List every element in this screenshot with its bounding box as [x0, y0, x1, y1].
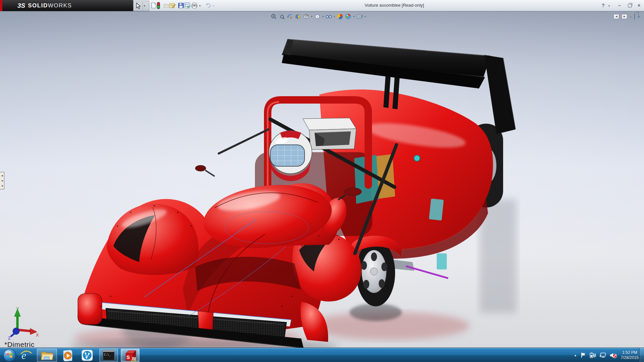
- triad-z-label: Z: [8, 336, 11, 340]
- show-hidden-icons-button[interactable]: ▲: [574, 354, 577, 357]
- select-cursor-icon: [135, 2, 142, 10]
- volume-muted-icon[interactable]: [610, 352, 617, 358]
- zoom-to-fit-icon: [271, 13, 277, 19]
- hide-show-caret-icon[interactable]: ▾: [334, 15, 335, 18]
- triad-y-label: Y: [16, 306, 19, 311]
- brand-works: WORKS: [48, 2, 72, 9]
- view-orientation-icon: [303, 13, 309, 19]
- minimize-button[interactable]: –: [618, 2, 621, 8]
- power-battery-icon[interactable]: [590, 352, 596, 358]
- previous-view-icon: [287, 13, 293, 19]
- expand-right-pane-button[interactable]: ▶: [622, 14, 627, 19]
- windows-start-orb-icon: [3, 349, 16, 362]
- view-settings-caret-icon[interactable]: ▾: [365, 15, 366, 18]
- collapse-left-pane-button[interactable]: ◀: [613, 14, 619, 19]
- view-settings-icon: [357, 13, 363, 19]
- zoom-to-area-icon: [279, 13, 285, 19]
- show-desktop-button[interactable]: [639, 348, 644, 362]
- logo-red-accent: [0, 0, 2, 11]
- edit-appearance-button[interactable]: [337, 13, 343, 20]
- document-minimize-button[interactable]: –: [630, 14, 632, 19]
- internet-explorer-icon: e: [20, 349, 33, 361]
- windows-explorer-icon: [41, 350, 53, 361]
- taskbar-media-player[interactable]: [59, 349, 76, 362]
- graphics-area[interactable]: ▾ ▾ ▾ ▾ ▾ ◀ ▶ – × ◀ ◀ ◀ Y X: [0, 11, 644, 348]
- section-view-button[interactable]: [294, 13, 301, 20]
- network-icon[interactable]: [600, 352, 606, 358]
- help-button[interactable]: ?: [602, 2, 605, 8]
- media-player-icon: [62, 349, 73, 361]
- collapse-arrow-icon: ◀: [1, 175, 3, 177]
- stoplight-icon: [157, 2, 160, 9]
- triad-x-label: X: [36, 333, 39, 338]
- view-orientation-button[interactable]: [303, 13, 309, 20]
- view-orientation-caret-icon[interactable]: ▾: [311, 15, 312, 18]
- heads-up-view-toolbar: ▾ ▾ ▾ ▾ ▾: [270, 13, 366, 20]
- options-button[interactable]: [183, 2, 191, 9]
- apply-scene-icon: [345, 13, 351, 19]
- start-button[interactable]: [1, 349, 18, 362]
- clock-time: 1:52 PM: [621, 350, 639, 355]
- title-bar: 3S SOLID WORKS ▶ ▾ ▾ ▾ ▾ ▾ ▾ ▾ Voitu: [0, 0, 644, 11]
- file-properties-button[interactable]: [169, 2, 176, 9]
- window-title: Voiture assomblee [Read-only]: [365, 3, 424, 8]
- undo-button[interactable]: [204, 2, 212, 9]
- apply-scene-button[interactable]: [345, 13, 352, 20]
- brand-solid: SOLID: [28, 2, 48, 9]
- taskbar-windows-explorer[interactable]: [37, 349, 57, 362]
- document-restore-button[interactable]: [634, 13, 635, 19]
- section-view-icon: [295, 13, 301, 19]
- taskbar: e C:\_: [0, 348, 644, 362]
- help-caret-icon[interactable]: ▾: [608, 4, 610, 7]
- display-style-caret-icon[interactable]: ▾: [322, 15, 324, 18]
- sw-letter-s: S: [126, 354, 130, 360]
- branch-app-icon: [82, 350, 93, 361]
- system-tray: ▲ 1:52 PM 7/28/2015: [574, 348, 639, 362]
- select-tool-button[interactable]: ▾: [133, 1, 149, 11]
- solidworks-2015-icon: S W 2015: [124, 349, 137, 361]
- collapse-arrow-icon: ◀: [1, 185, 3, 187]
- print-caret-icon[interactable]: ▾: [199, 4, 201, 7]
- eyeglasses-icon: [325, 13, 332, 19]
- solidworks-logo-block: 3S SOLID WORKS: [0, 0, 133, 11]
- zoom-to-fit-button[interactable]: [270, 13, 277, 20]
- action-center-flag-icon[interactable]: [581, 352, 586, 358]
- rebuild-stoplight-button[interactable]: [155, 2, 162, 9]
- taskbar-command-prompt[interactable]: C:\_: [99, 349, 118, 362]
- select-caret-icon[interactable]: ▾: [144, 4, 145, 7]
- previous-view-button[interactable]: [286, 13, 293, 20]
- display-style-icon: [314, 13, 320, 19]
- taskbar-solidworks[interactable]: S W 2015: [121, 349, 140, 362]
- apply-scene-caret-icon[interactable]: ▾: [353, 15, 355, 18]
- collapse-arrow-icon: ◀: [1, 180, 3, 182]
- cmd-prompt-text: C:\_: [104, 353, 110, 356]
- view-settings-button[interactable]: [356, 13, 363, 20]
- options-checklist-icon: [184, 2, 191, 8]
- appearance-ball-icon: [337, 13, 343, 19]
- hide-show-items-button[interactable]: [325, 13, 332, 20]
- select-divider: [143, 2, 143, 10]
- restore-icon: [628, 4, 632, 7]
- close-button[interactable]: ×: [638, 2, 640, 8]
- restore-button[interactable]: [628, 4, 632, 7]
- taskbar-branch-app[interactable]: [78, 349, 96, 362]
- zoom-to-area-button[interactable]: [278, 13, 285, 20]
- undo-caret-icon: ▾: [213, 4, 214, 7]
- feature-manager-collapsed-tab[interactable]: ◀ ◀ ◀: [0, 172, 4, 189]
- taskbar-clock[interactable]: 1:52 PM 7/28/2015: [621, 350, 639, 360]
- display-style-button[interactable]: [314, 13, 321, 20]
- document-window-controls: ◀ ▶ – ×: [613, 13, 640, 19]
- model-canvas[interactable]: [0, 11, 644, 348]
- clock-date: 7/28/2015: [621, 355, 639, 360]
- file-properties-icon: [169, 2, 176, 9]
- document-restore-icon: [634, 13, 635, 19]
- orientation-triad: Y X Z: [2, 306, 40, 340]
- options-caret-icon[interactable]: ▾: [194, 4, 195, 7]
- command-prompt-icon: C:\_: [103, 350, 115, 361]
- undo-arrow-icon: [205, 3, 211, 8]
- save-floppy-icon: [178, 3, 184, 8]
- taskbar-internet-explorer[interactable]: e: [18, 349, 34, 362]
- ds-logo-icon: 3S: [17, 2, 25, 9]
- sw-year: 2015: [131, 359, 136, 361]
